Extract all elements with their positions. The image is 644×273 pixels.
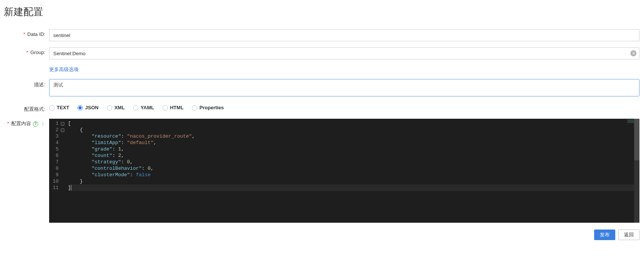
code-line[interactable]: "controlBehavior": 0,: [68, 165, 639, 172]
label-content-text: 配置内容: [11, 121, 31, 126]
radio-icon: [77, 105, 83, 110]
gutter-line: 6: [49, 152, 64, 159]
label-group-text: Group:: [30, 50, 45, 55]
code-line[interactable]: "clusterMode": false: [68, 172, 639, 178]
gutter-line: 1-: [49, 120, 64, 127]
code-line[interactable]: "resource": "nacos_provider_route",: [68, 133, 639, 140]
gutter-line: 10: [49, 178, 64, 185]
code-line[interactable]: [: [68, 120, 639, 127]
format-radio-properties[interactable]: Properties: [192, 105, 224, 110]
gutter-line: 7: [49, 159, 64, 165]
row-content: * 配置内容 ? ： 1-2-34567891011 [ { "resource…: [2, 119, 642, 223]
footer-actions: 发布 返回: [2, 223, 642, 240]
gutter-line: 4: [49, 140, 64, 146]
help-icon[interactable]: ?: [33, 121, 38, 127]
radio-icon: [49, 105, 54, 110]
fold-icon[interactable]: -: [61, 122, 64, 126]
radio-icon: [133, 105, 138, 110]
editor-code-area[interactable]: [ { "resource": "nacos_provider_route", …: [66, 119, 639, 223]
radio-icon: [163, 105, 168, 110]
gutter-line: 3: [49, 133, 64, 140]
gutter-line: 5: [49, 146, 64, 152]
row-format: 配置格式: TEXTJSONXMLYAMLHTMLProperties: [2, 104, 642, 113]
code-line[interactable]: "grade": 1,: [68, 146, 639, 152]
code-line[interactable]: "count": 2,: [68, 152, 639, 159]
label-description: 描述:: [2, 79, 49, 88]
code-line[interactable]: ]: [68, 185, 639, 191]
scrollbar-track[interactable]: [634, 119, 639, 223]
label-content-colon: ：: [40, 121, 45, 126]
code-line[interactable]: {: [68, 127, 639, 133]
code-line[interactable]: }: [68, 178, 639, 185]
radio-label: XML: [115, 105, 125, 110]
group-input[interactable]: [49, 47, 639, 59]
format-radio-yaml[interactable]: YAML: [133, 105, 154, 110]
description-input[interactable]: 测试: [49, 79, 639, 96]
row-description: 描述: 测试: [2, 79, 642, 98]
page-title: 新建配置: [4, 5, 642, 19]
label-format-text: 配置格式:: [24, 106, 45, 112]
format-radio-html[interactable]: HTML: [163, 105, 184, 110]
required-mark: *: [23, 31, 25, 37]
editor-gutter: 1-2-34567891011: [49, 119, 66, 223]
row-data-id: * Data ID:: [2, 29, 642, 41]
gutter-line: 11: [49, 185, 64, 191]
radio-label: Properties: [200, 105, 224, 110]
label-data-id-text: Data ID:: [27, 31, 45, 37]
publish-button[interactable]: 发布: [594, 230, 615, 240]
label-content: * 配置内容 ? ：: [2, 119, 49, 127]
label-format: 配置格式:: [2, 104, 49, 113]
back-button[interactable]: 返回: [618, 230, 639, 240]
format-radio-json[interactable]: JSON: [77, 105, 98, 110]
radio-label: YAML: [141, 105, 154, 110]
format-radio-xml[interactable]: XML: [107, 105, 125, 110]
label-description-text: 描述:: [34, 82, 45, 87]
label-group: * Group:: [2, 47, 49, 55]
row-advanced: 更多高级选项: [2, 65, 642, 73]
label-data-id: * Data ID:: [2, 29, 49, 37]
code-line[interactable]: "strategy": 0,: [68, 159, 639, 165]
format-radio-group: TEXTJSONXMLYAMLHTMLProperties: [49, 104, 639, 110]
radio-label: HTML: [170, 105, 184, 110]
advanced-options-link[interactable]: 更多高级选项: [49, 66, 79, 73]
format-radio-text[interactable]: TEXT: [49, 105, 69, 110]
gutter-line: 8: [49, 165, 64, 172]
row-group: * Group: ✕: [2, 47, 642, 59]
fold-icon[interactable]: -: [61, 129, 64, 132]
code-editor[interactable]: 1-2-34567891011 [ { "resource": "nacos_p…: [49, 119, 639, 223]
code-line[interactable]: "limitApp": "default",: [68, 140, 639, 146]
radio-label: JSON: [85, 105, 98, 110]
radio-label: TEXT: [57, 105, 69, 110]
required-mark: *: [7, 121, 9, 126]
radio-icon: [107, 105, 112, 110]
scrollbar-thumb[interactable]: [634, 119, 639, 160]
data-id-input[interactable]: [49, 29, 639, 41]
required-mark: *: [26, 50, 28, 55]
close-icon[interactable]: ✕: [630, 50, 636, 56]
gutter-line: 2-: [49, 127, 64, 133]
gutter-line: 9: [49, 172, 64, 178]
radio-icon: [192, 105, 197, 110]
